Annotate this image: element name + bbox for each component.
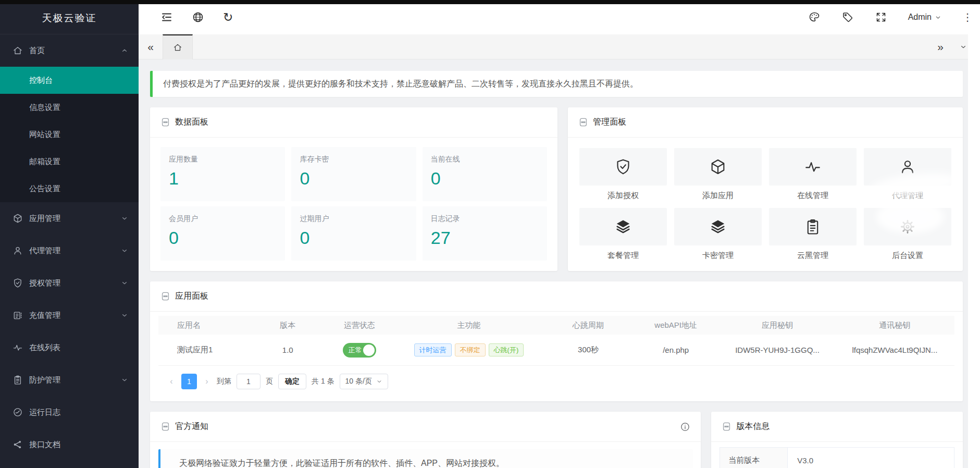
app-logo: 天极云验证 (0, 0, 139, 34)
official-notice-card: 官方通知 天极网络验证致力于轻量方便，此验证适用于所有的软件、插件、APP、网站… (150, 412, 701, 468)
sidebar-item-api-docs[interactable]: 接口文档 (0, 428, 139, 461)
sidebar-item-label: 应用管理 (29, 214, 60, 224)
goto-label: 到第 (217, 377, 231, 386)
panel-title: 应用面板 (175, 291, 208, 302)
cell-version: 1.0 (250, 346, 326, 354)
col-app-key: 应用秘钥 (720, 321, 835, 330)
stat-app-count: 应用数量 1 (160, 147, 285, 201)
app-panel-title-row: 应用面板 (150, 281, 963, 312)
feature-tag: 心跳(开) (489, 343, 524, 356)
manage-panel-title-row: 管理面板 (568, 107, 963, 138)
theme-palette-icon[interactable] (808, 11, 821, 23)
gauge-icon (13, 407, 23, 417)
table-header-row: 应用名 版本 运营状态 主功能 心跳周期 webAPI地址 应用秘钥 通讯秘钥 (158, 316, 954, 335)
home-submenu: 控制台 信息设置 网站设置 邮箱设置 公告设置 (0, 67, 139, 202)
version-value: V3.0 (788, 448, 954, 468)
chevron-down-icon (121, 312, 128, 319)
feature-tag: 计时运营 (414, 343, 452, 356)
version-label: 当前版本 (720, 448, 788, 468)
prev-page-button[interactable]: ‹ (167, 377, 176, 386)
tile-key-management[interactable]: 卡密管理 (674, 208, 762, 267)
sidebar-item-app-management[interactable]: 应用管理 (0, 202, 139, 235)
sidebar-item-label: 接口文档 (29, 440, 60, 450)
chevron-up-icon (121, 47, 128, 54)
page-number-input[interactable] (237, 374, 260, 389)
sidebar: 天极云验证 首页 控制台 信息设置 网站设置 邮箱设置 公告设置 应用管理 代理… (0, 0, 139, 468)
sidebar-item-license-management[interactable]: 授权管理 (0, 267, 139, 299)
col-app-name: 应用名 (158, 321, 250, 330)
sidebar-item-label: 授权管理 (29, 278, 60, 288)
sidebar-item-run-logs[interactable]: 运行日志 (0, 396, 139, 428)
panel-icon (722, 422, 731, 432)
home-icon (13, 45, 23, 56)
globe-icon[interactable] (192, 11, 204, 23)
tile-add-app[interactable]: 添加应用 (674, 148, 762, 207)
cell-app-key: IDW5R-YUH9J-1GGQ... (720, 346, 835, 354)
official-notice-title-row: 官方通知 (160, 421, 208, 432)
tile-online-management[interactable]: 在线管理 (769, 148, 857, 207)
page-1-button[interactable]: 1 (181, 374, 197, 389)
data-panel-title-row: 数据面板 (150, 107, 557, 138)
fullscreen-icon[interactable] (875, 11, 887, 23)
cell-comm-key: lfqsqhZWVac4Lt9QIJN... (835, 346, 954, 354)
tile-cloud-blacklist[interactable]: 云黑管理 (769, 208, 857, 267)
tile-package-management[interactable]: 套餐管理 (579, 208, 667, 267)
tab-options-icon[interactable] (960, 43, 967, 51)
pulse-icon (13, 342, 23, 353)
confirm-button[interactable]: 确定 (278, 374, 306, 389)
sidebar-item-label: 首页 (29, 46, 45, 56)
tile-backend-settings[interactable]: 后台设置 (864, 208, 951, 267)
layers-icon (709, 218, 727, 236)
tile-add-license[interactable]: 添加授权 (579, 148, 667, 207)
sidebar-item-protection-management[interactable]: 防护管理 (0, 364, 139, 396)
collapse-sidebar-icon[interactable] (160, 11, 173, 23)
tile-agent-management[interactable]: 代理管理 (864, 148, 951, 207)
sidebar-item-agent-management[interactable]: 代理管理 (0, 235, 139, 267)
topbar-left: ↻ (139, 11, 233, 23)
sidebar-item-online-list[interactable]: 在线列表 (0, 331, 139, 364)
sidebar-item-info-settings[interactable]: 信息设置 (0, 94, 139, 121)
col-comm-key: 通讯秘钥 (835, 321, 954, 330)
sidebar-item-home[interactable]: 首页 (0, 34, 139, 67)
sidebar-item-console[interactable]: 控制台 (0, 67, 139, 94)
sidebar-item-mail-settings[interactable]: 邮箱设置 (0, 148, 139, 175)
sidebar-item-label: 代理管理 (29, 246, 60, 256)
home-icon (173, 43, 182, 52)
tabbar-right: » (928, 41, 968, 53)
status-toggle[interactable]: 正常 (343, 343, 376, 358)
license-notice-banner: 付费授权是为了产品更好的发展，提供更好的服务和技术支持，禁止恶意破解产品、二次转… (150, 71, 963, 97)
sidebar-item-recharge-management[interactable]: 充值管理 (0, 299, 139, 331)
page-size-select[interactable]: 10 条/页 (340, 374, 388, 389)
panel-title: 官方通知 (175, 421, 208, 432)
col-webapi: webAPI地址 (632, 321, 720, 330)
col-status: 运营状态 (326, 321, 393, 330)
topbar-right: Admin ⋮ (808, 11, 980, 23)
info-icon[interactable] (680, 422, 690, 432)
tab-home[interactable] (163, 34, 193, 59)
clipboard-icon (804, 218, 822, 236)
gear-icon (899, 218, 916, 236)
share-icon (13, 439, 23, 450)
tag-icon[interactable] (841, 11, 854, 23)
version-table-row: 当前版本 V3.0 (720, 447, 954, 468)
username: Admin (908, 13, 932, 22)
cell-webapi: /en.php (632, 346, 720, 354)
tabs-scroll-left-button[interactable]: « (139, 41, 163, 53)
refresh-icon[interactable]: ↻ (223, 11, 233, 23)
cube-icon (709, 158, 727, 176)
data-panel-card: 数据面板 应用数量 1 库存卡密 0 当前在线 0 会员用户 0 (150, 107, 557, 271)
stat-expired-users: 过期用户 0 (291, 206, 416, 261)
sidebar-item-announcement-settings[interactable]: 公告设置 (0, 175, 139, 202)
col-features: 主功能 (393, 321, 544, 330)
tabs-scroll-right-button[interactable]: » (928, 41, 952, 53)
shortcut-tiles: 添加授权 添加应用 在线管理 代理管理 套餐管理 (568, 138, 963, 268)
scrollbar-track[interactable] (968, 34, 980, 468)
topbar: ↻ Admin ⋮ (139, 0, 980, 34)
user-menu[interactable]: Admin (908, 13, 941, 22)
kebab-menu-icon[interactable]: ⋮ (962, 11, 973, 23)
chevron-down-icon (121, 279, 128, 287)
app-panel-card: 应用面板 应用名 版本 运营状态 主功能 心跳周期 webAPI地址 应用秘钥 … (150, 281, 963, 401)
next-page-button[interactable]: › (202, 377, 212, 386)
pulse-icon (804, 158, 822, 176)
sidebar-item-site-settings[interactable]: 网站设置 (0, 121, 139, 148)
